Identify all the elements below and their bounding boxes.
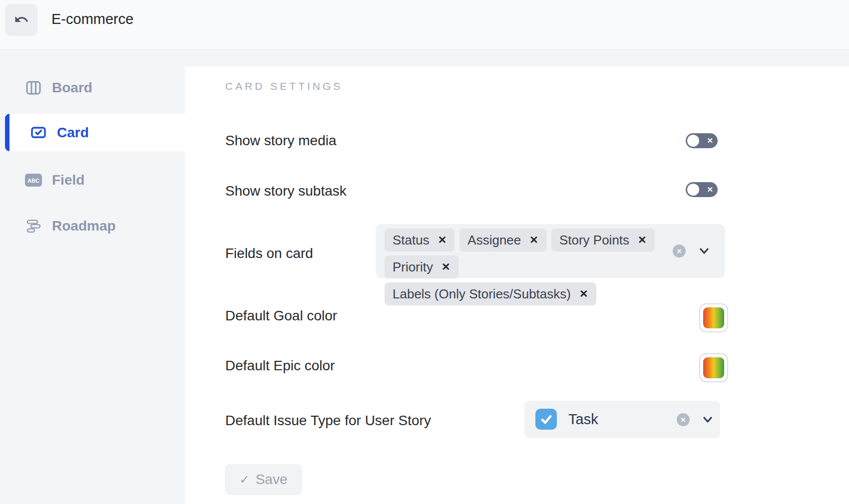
page-header: E-commerce	[0, 0, 849, 50]
sidebar-item-board[interactable]: Board	[0, 69, 185, 106]
fields-on-card-label: Fields on card	[225, 246, 313, 261]
field-tag-label: Priority	[393, 259, 433, 275]
default-goal-color-label: Default Goal color	[225, 308, 337, 324]
remove-tag-icon[interactable]: ✕	[579, 288, 588, 300]
field-tag: Assignee ✕	[459, 229, 546, 252]
card-check-icon	[30, 127, 47, 138]
save-button-label: Save	[256, 472, 288, 488]
show-story-media-toggle[interactable]: ✕	[686, 133, 718, 148]
sidebar-item-label: Field	[52, 172, 84, 188]
check-icon: ✓	[240, 473, 250, 487]
gradient-swatch	[703, 307, 724, 328]
sidebar-item-label: Card	[57, 125, 89, 141]
toggle-off-x-icon: ✕	[707, 133, 713, 148]
chevron-down-icon[interactable]	[698, 246, 710, 258]
default-issue-type-label: Default Issue Type for User Story	[225, 413, 431, 429]
chevron-down-icon[interactable]	[702, 414, 714, 427]
field-tag: Status ✕	[385, 229, 454, 252]
toggle-knob	[687, 184, 699, 196]
field-tag: Priority ✕	[385, 255, 458, 278]
sidebar-item-card[interactable]: Card	[5, 114, 185, 151]
issue-type-value: Task	[568, 401, 598, 438]
section-title: CARD SETTINGS	[225, 80, 343, 92]
save-button[interactable]: ✓ Save	[225, 464, 302, 495]
default-epic-color-picker[interactable]	[699, 353, 728, 382]
project-settings-page: E-commerce Board Card	[0, 0, 849, 504]
toggle-knob	[687, 135, 699, 147]
roadmap-bars-icon	[25, 219, 42, 234]
field-tag-label: Assignee	[467, 233, 521, 248]
show-story-media-label: Show story media	[225, 133, 337, 149]
remove-tag-icon[interactable]: ✕	[441, 261, 450, 273]
page-title: E-commerce	[51, 0, 133, 38]
field-tag-label: Status	[393, 233, 429, 248]
show-story-subtask-label: Show story subtask	[225, 183, 347, 199]
settings-sidebar: Board Card ABC Field	[0, 50, 185, 504]
default-goal-color-picker[interactable]	[699, 303, 728, 332]
field-tag-label: Story Points	[559, 233, 629, 248]
gradient-swatch	[703, 357, 724, 378]
toggle-off-x-icon: ✕	[707, 182, 713, 197]
field-tag: Labels (Only Stories/Subtasks) ✕	[385, 282, 596, 305]
sidebar-item-label: Board	[52, 80, 92, 96]
clear-selection-icon[interactable]: ✕	[677, 413, 690, 426]
show-story-subtask-toggle[interactable]: ✕	[686, 182, 718, 197]
default-epic-color-label: Default Epic color	[225, 358, 335, 374]
sidebar-item-label: Roadmap	[52, 218, 116, 234]
field-tag-label: Labels (Only Stories/Subtasks)	[393, 286, 571, 302]
card-settings-panel: CARD SETTINGS Show story media ✕ Show st…	[185, 66, 849, 504]
board-columns-icon	[25, 81, 42, 95]
clear-all-icon[interactable]: ✕	[673, 245, 686, 257]
remove-tag-icon[interactable]: ✕	[638, 234, 647, 246]
abc-field-icon: ABC	[25, 174, 42, 187]
field-tag: Story Points ✕	[551, 229, 655, 252]
back-button[interactable]	[5, 4, 37, 36]
sidebar-item-field[interactable]: ABC Field	[0, 161, 185, 199]
fields-on-card-multiselect[interactable]: Status ✕ Assignee ✕ Story Points ✕ Prior…	[376, 224, 725, 278]
remove-tag-icon[interactable]: ✕	[438, 234, 447, 246]
issue-type-select[interactable]: Task ✕	[524, 401, 720, 438]
undo-arrow-icon	[14, 12, 29, 28]
task-checkbox-icon	[535, 409, 557, 430]
svg-text:ABC: ABC	[27, 177, 39, 183]
remove-tag-icon[interactable]: ✕	[529, 234, 538, 246]
sidebar-item-roadmap[interactable]: Roadmap	[0, 207, 185, 245]
